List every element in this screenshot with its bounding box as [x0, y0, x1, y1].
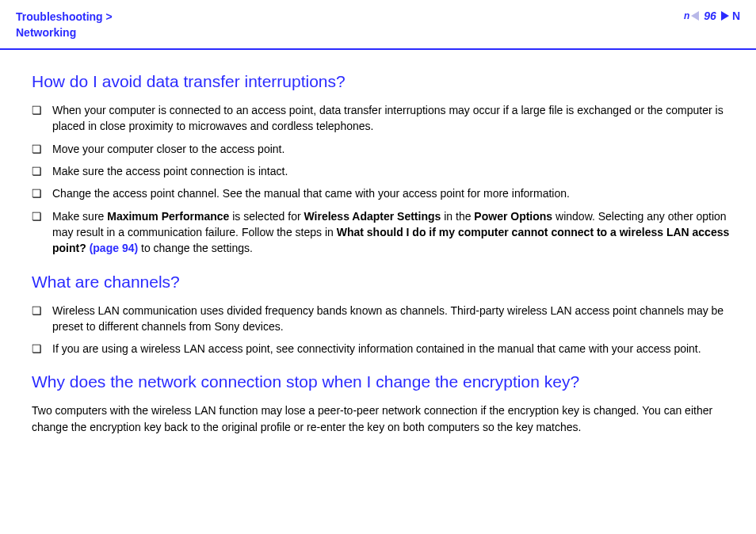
prev-page-icon[interactable]: [691, 11, 699, 21]
page-header: Troubleshooting > Networking n 96 N: [0, 0, 756, 50]
breadcrumb-line2: Networking: [16, 26, 76, 39]
section3-paragraph: Two computers with the wireless LAN func…: [32, 402, 731, 435]
content-area: How do I avoid data transfer interruptio…: [0, 50, 756, 435]
text-run: to change the settings.: [138, 242, 253, 254]
text-run: in the: [441, 210, 474, 223]
text-run: is selected for: [229, 210, 304, 223]
list-item: Move your computer closer to the access …: [32, 141, 731, 157]
text-run: Make sure: [52, 210, 107, 223]
bold-run: Wireless Adapter Settings: [304, 210, 441, 223]
n-small-label: n: [684, 10, 689, 21]
section1-title: How do I avoid data transfer interruptio…: [32, 72, 731, 91]
section1-list: When your computer is connected to an ac…: [32, 102, 731, 256]
section3-title: Why does the network connection stop whe…: [32, 372, 731, 391]
pager: n 96 N: [684, 10, 740, 22]
n-large-label: N: [732, 10, 740, 22]
section2-title: What are channels?: [32, 273, 731, 292]
list-item: If you are using a wireless LAN access p…: [32, 341, 731, 357]
next-page-icon[interactable]: [721, 11, 729, 21]
breadcrumb-line1: Troubleshooting >: [16, 10, 113, 23]
page-number: 96: [704, 10, 716, 22]
page-link[interactable]: (page 94): [90, 242, 138, 254]
list-item: Make sure the access point connection is…: [32, 163, 731, 179]
page-root: Troubleshooting > Networking n 96 N How …: [0, 0, 756, 534]
list-item: Change the access point channel. See the…: [32, 185, 731, 201]
bold-run: Power Options: [474, 210, 552, 223]
list-item: When your computer is connected to an ac…: [32, 102, 731, 135]
bold-run: Maximum Performance: [107, 210, 229, 223]
section2-list: Wireless LAN communication uses divided …: [32, 303, 731, 357]
breadcrumb: Troubleshooting > Networking: [16, 10, 113, 40]
list-item: Wireless LAN communication uses divided …: [32, 303, 731, 335]
list-item: Make sure Maximum Performance is selecte…: [32, 208, 731, 257]
